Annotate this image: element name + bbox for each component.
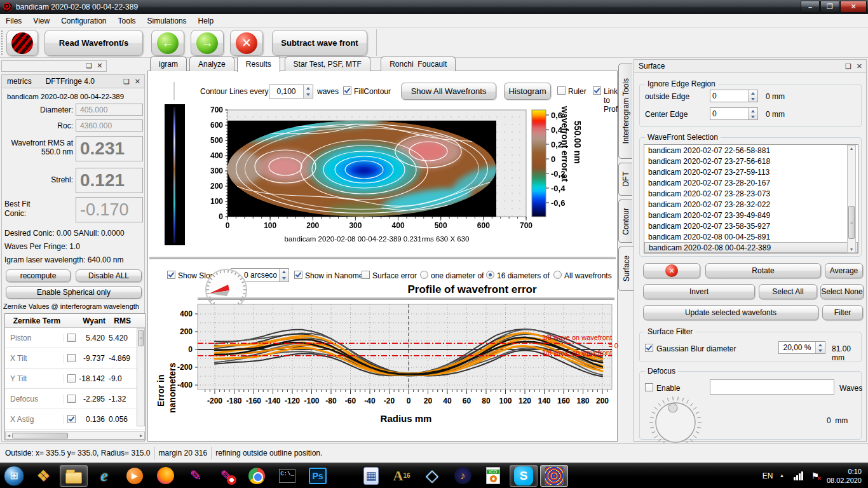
menu-configuration[interactable]: Configuration — [55, 15, 112, 27]
show-all-wavefronts-button[interactable]: Show All Wavefronts — [401, 83, 496, 100]
toolbar-drag-handle[interactable] — [1, 30, 3, 55]
wavefront-list-item[interactable]: bandicam 2020-02-07 23-28-23-073 — [644, 188, 858, 199]
tab-star-test-psf-mtf[interactable]: Star Test, PSF, MTF — [285, 57, 370, 71]
chrome-icon[interactable] — [243, 465, 271, 487]
wavefront-list-item[interactable]: bandicam 2020-02-07 23-28-20-167 — [644, 177, 858, 188]
network-icon[interactable] — [794, 471, 804, 480]
defocus-waves-field[interactable] — [710, 379, 834, 395]
photoshop-icon[interactable]: Ps — [304, 465, 332, 487]
zernike-enable-checkbox[interactable] — [67, 415, 76, 423]
side-tab-contour[interactable]: Contour — [618, 200, 632, 243]
dock-close-icon[interactable]: ✕ — [97, 62, 102, 69]
tab-ronchi-foucault[interactable]: Ronchi Foucault — [381, 57, 456, 71]
center-edge-spinner[interactable]: 0 — [710, 107, 758, 120]
sixteen-diameters-radio[interactable] — [486, 271, 494, 279]
average-button[interactable]: Average — [825, 263, 863, 278]
delete-selected-button[interactable]: ✕ — [643, 263, 700, 278]
zernike-enable-checkbox[interactable] — [67, 374, 76, 383]
calculator-icon[interactable]: ▦ — [357, 465, 385, 487]
forward-button[interactable]: → — [191, 30, 224, 56]
tab-results[interactable]: Results — [237, 56, 280, 72]
color-diamond-app-icon[interactable]: ❖ — [29, 465, 57, 487]
side-tab-dft[interactable]: DFT — [618, 163, 632, 196]
filter-button[interactable]: Filter — [822, 305, 863, 320]
font-a16-icon[interactable]: A16 — [388, 465, 416, 487]
wavefront-list-scrollbar[interactable]: ▴ ≡ ▾ — [847, 145, 856, 253]
tab-analyze[interactable]: Analyze — [189, 57, 234, 71]
minimize-button[interactable]: – — [801, 1, 820, 13]
section-divider[interactable] — [149, 257, 616, 259]
metrics-float-icon[interactable]: ❏ — [123, 78, 130, 86]
select-all-button[interactable]: Select All — [759, 284, 817, 299]
language-indicator[interactable]: EN — [763, 471, 773, 480]
menu-files[interactable]: Files — [0, 15, 27, 27]
skype-icon[interactable]: S — [510, 465, 538, 487]
show-hidden-icons[interactable]: ▲ — [779, 473, 784, 478]
wavefront-list-item[interactable]: bandicam 2020-02-07 23-39-49-849 — [644, 210, 858, 220]
side-tab-interferogram-tools[interactable]: Interferogram Tools — [618, 64, 632, 159]
select-none-button[interactable]: Select None — [820, 284, 864, 299]
show-slope-checkbox[interactable] — [167, 271, 175, 279]
close-button[interactable]: ✕ — [840, 1, 867, 13]
all-wavefronts-radio[interactable] — [553, 271, 562, 279]
back-button[interactable]: ← — [151, 30, 184, 56]
zernike-enable-checkbox[interactable] — [67, 395, 76, 403]
menu-help[interactable]: Help — [193, 15, 220, 27]
subtract-wavefront-button[interactable]: Subtract wave front — [272, 30, 367, 56]
disable-all-button[interactable]: Disable ALL — [76, 269, 142, 282]
media-player-icon[interactable]: ▶ — [121, 465, 149, 487]
action-center-flag-icon[interactable]: ⚑✕ — [811, 471, 819, 481]
diameter-field[interactable]: 405.000 — [76, 104, 143, 116]
menu-simulations[interactable]: Simulations — [142, 15, 193, 27]
wavefront-list-item[interactable]: bandicam 2020-02-07 23-27-59-113 — [644, 166, 858, 177]
windows-explorer-icon[interactable] — [60, 465, 88, 487]
wavefront-list-item[interactable]: bandicam 2020-02-07 22-56-58-881 — [644, 145, 858, 156]
surface-close-icon[interactable]: ✕ — [857, 62, 862, 71]
rotate-button[interactable]: Rotate — [705, 263, 821, 278]
link-to-profile-checkbox[interactable] — [593, 86, 601, 95]
3d-cube-icon[interactable]: ◇ — [418, 465, 446, 487]
surface-error-checkbox[interactable] — [362, 271, 370, 279]
internet-explorer-icon[interactable]: e — [90, 465, 118, 487]
side-tab-surface[interactable]: Surface — [618, 247, 634, 291]
zernike-enable-checkbox[interactable] — [67, 354, 76, 362]
dock-float-icon[interactable]: ❏ — [86, 62, 92, 69]
audacity-icon[interactable]: ♪ — [449, 465, 477, 487]
recompute-button[interactable]: recompute — [6, 269, 71, 282]
pen-tool-icon[interactable]: ✎ — [182, 465, 210, 487]
command-prompt-icon[interactable]: C:\_ — [273, 465, 301, 487]
wavefront-list-item[interactable]: bandicam 2020-02-07 23-28-32-022 — [644, 199, 858, 210]
roc-field[interactable]: 4360.000 — [76, 119, 143, 132]
wavefront-list-item[interactable]: bandicam 2020-02-08 00-04-25-891 — [644, 231, 858, 242]
zernike-hscrollbar[interactable]: ◂ ▸ — [5, 431, 145, 440]
restore-button[interactable]: ❐ — [820, 1, 839, 13]
dftfringe-taskbar-icon[interactable] — [540, 465, 568, 487]
show-in-nanometers-checkbox[interactable] — [294, 271, 302, 279]
outside-edge-spinner[interactable]: 0 — [710, 90, 758, 102]
pen-clock-icon[interactable]: ✎ — [212, 465, 240, 487]
gaussian-blur-spinner[interactable]: 20,00 % — [778, 341, 825, 354]
ico-file-icon[interactable]: ICO — [479, 465, 507, 487]
delete-wavefront-button[interactable]: ✕ — [230, 30, 263, 56]
histogram-button[interactable]: Histogram — [504, 83, 551, 100]
wavefront-list-item[interactable]: bandicam 2020-02-07 23-27-56-618 — [644, 156, 858, 166]
enable-spherical-button[interactable]: Enable Spherical only — [6, 286, 142, 299]
fillcontour-checkbox[interactable] — [343, 86, 351, 95]
start-button[interactable]: ⊞ — [1, 465, 27, 487]
wavefront-list-item[interactable]: bandicam 2020-02-07 23-58-35-927 — [644, 220, 858, 231]
metrics-close-icon[interactable]: ✕ — [135, 78, 140, 86]
zernike-vscrollbar[interactable]: ≡ — [137, 328, 145, 426]
surface-float-icon[interactable]: ❏ — [845, 62, 851, 71]
wavefront-side-thumbnail[interactable] — [165, 104, 185, 245]
read-wavefront-button[interactable]: Read Wavefront/s — [44, 30, 143, 56]
update-selected-button[interactable]: Update selected wavefonts — [643, 305, 818, 320]
igram-tool-button[interactable] — [6, 30, 38, 56]
contour-interval-spinner[interactable]: 0,100 — [269, 85, 313, 98]
invert-button[interactable]: Invert — [643, 284, 755, 299]
one-diameter-radio[interactable] — [420, 271, 428, 279]
gaussian-blur-checkbox[interactable] — [645, 344, 653, 352]
taskbar-clock[interactable]: 0:1008.02.2020 — [827, 467, 862, 485]
menu-tools[interactable]: Tools — [112, 15, 142, 27]
zernike-enable-checkbox[interactable] — [67, 334, 76, 342]
firefox-icon[interactable] — [151, 465, 179, 487]
